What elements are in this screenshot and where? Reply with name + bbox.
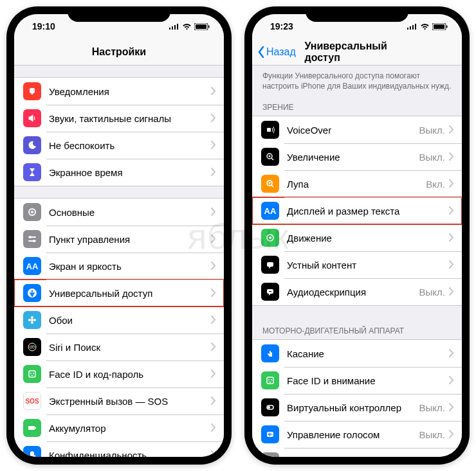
svg-point-44 <box>268 379 270 380</box>
list-item[interactable]: Siri и Поиск <box>14 333 224 360</box>
chevron-right-icon <box>211 396 216 405</box>
phone-right: 19:23 Назад Универсальный доступ Функции… <box>244 6 470 465</box>
disclosure-icon <box>449 233 454 244</box>
list-item[interactable]: Устный контент <box>252 251 462 278</box>
list-item[interactable]: Экранное время <box>14 159 224 186</box>
row-label: Универсальный доступ <box>49 288 211 299</box>
back-label: Назад <box>266 46 296 58</box>
list-item[interactable]: Face ID и код-пароль <box>14 360 224 387</box>
disclosure-icon <box>449 287 454 298</box>
row-label: Face ID и код-пароль <box>49 369 211 380</box>
list-item[interactable]: AA Экран и яркость <box>14 253 224 280</box>
motion-icon <box>261 229 279 247</box>
disclosure-icon <box>449 348 454 359</box>
screen-left: 19:10 Настройки Уведомления Звуки, такти… <box>14 14 224 457</box>
disclosure-icon <box>449 429 454 440</box>
row-label: Увеличение <box>287 152 419 163</box>
row-label: Основные <box>49 207 211 218</box>
chevron-right-icon <box>449 179 454 188</box>
chevron-right-icon <box>211 315 216 324</box>
row-label: Пункт управления <box>49 234 211 245</box>
nav-bar: Настройки <box>14 39 224 66</box>
disclosure-icon <box>449 179 454 190</box>
list-item[interactable]: Боковая кнопка <box>252 448 462 457</box>
disclosure-icon <box>211 423 216 434</box>
screen-right: 19:23 Назад Универсальный доступ Функции… <box>252 14 462 457</box>
aa-icon: AA <box>23 257 41 275</box>
list-item[interactable]: Аудиодескрипция Выкл. <box>252 278 462 305</box>
row-label: Обои <box>49 315 211 326</box>
list-item[interactable]: Face ID и внимание <box>252 367 462 394</box>
disclosure-icon <box>211 396 216 407</box>
svg-rect-0 <box>169 28 170 30</box>
status-time: 19:10 <box>32 21 55 31</box>
row-label: Экранное время <box>49 167 211 178</box>
svg-rect-33 <box>434 24 444 29</box>
svg-rect-5 <box>196 24 206 29</box>
person-icon <box>23 284 41 302</box>
accessibility-list[interactable]: Функции Универсального доступа помогают … <box>252 66 462 457</box>
row-value: Вкл. <box>426 179 445 190</box>
chevron-right-icon <box>449 206 454 215</box>
switches-icon <box>23 230 41 248</box>
row-value: Выкл. <box>419 152 445 163</box>
flower-icon <box>23 311 41 329</box>
list-item[interactable]: Увеличение Выкл. <box>252 143 462 170</box>
touch-icon <box>261 344 279 362</box>
phone-left: 19:10 Настройки Уведомления Звуки, такти… <box>6 6 232 465</box>
list-item[interactable]: Касание <box>252 340 462 367</box>
disclosure-icon <box>449 456 454 457</box>
list-item[interactable]: Управление голосом Выкл. <box>252 421 462 448</box>
list-item[interactable]: Конфиденциальность <box>14 441 224 457</box>
settings-group: Уведомления Звуки, тактильные сигналы Не… <box>14 77 224 186</box>
svg-point-21 <box>33 319 36 321</box>
chevron-right-icon <box>211 87 216 95</box>
svg-rect-34 <box>446 25 448 28</box>
face-icon <box>23 365 41 383</box>
battery-icon <box>432 23 448 30</box>
list-item[interactable]: Лупа Вкл. <box>252 170 462 197</box>
status-icons <box>407 23 448 30</box>
speaker-icon <box>23 109 41 127</box>
settings-list[interactable]: Уведомления Звуки, тактильные сигналы Не… <box>14 66 224 457</box>
list-item[interactable]: Звуки, тактильные сигналы <box>14 105 224 132</box>
svg-rect-41 <box>267 262 273 267</box>
svg-rect-6 <box>208 25 210 28</box>
svg-rect-2 <box>174 25 176 30</box>
chevron-right-icon <box>211 208 216 216</box>
list-item[interactable]: Виртуальный контроллер Выкл. <box>252 394 462 421</box>
disclosure-icon <box>211 167 216 178</box>
row-label: Движение <box>287 233 449 244</box>
svg-rect-29 <box>410 26 411 30</box>
settings-group: VoiceOver Выкл. Увеличение Выкл. Лупа Вк… <box>252 116 462 306</box>
disclosure-icon <box>211 207 216 218</box>
section-header: МОТОРНО-ДВИГАТЕЛЬНЫЙ АППАРАТ <box>252 317 462 339</box>
list-item[interactable]: Универсальный доступ <box>14 280 224 307</box>
disclosure-icon <box>449 402 454 413</box>
list-item[interactable]: Пункт управления <box>14 226 224 253</box>
list-item[interactable]: Не беспокоить <box>14 132 224 159</box>
list-item[interactable]: Аккумулятор <box>14 414 224 441</box>
page-title: Настройки <box>92 46 146 58</box>
audiodesc-icon <box>261 283 279 301</box>
list-item[interactable]: SOS Экстренный вызов — SOS <box>14 387 224 414</box>
bell-icon <box>23 82 41 100</box>
row-value: Выкл. <box>419 125 445 136</box>
svg-point-45 <box>271 379 272 380</box>
face-icon <box>261 371 279 389</box>
list-item[interactable]: Уведомления <box>14 78 224 105</box>
list-item[interactable]: Движение <box>252 224 462 251</box>
svg-point-24 <box>30 373 32 374</box>
list-item[interactable]: VoiceOver Выкл. <box>252 116 462 143</box>
row-label: Face ID и внимание <box>287 375 449 386</box>
disclosure-icon <box>449 152 454 163</box>
disclosure-icon <box>211 315 216 326</box>
svg-rect-27 <box>35 427 37 429</box>
magnifier-icon <box>261 175 279 193</box>
list-item[interactable]: Обои <box>14 307 224 333</box>
page-title: Универсальный доступ <box>305 40 410 64</box>
chevron-right-icon <box>449 152 454 161</box>
list-item[interactable]: Основные <box>14 199 224 226</box>
list-item[interactable]: AA Дисплей и размер текста <box>252 197 462 224</box>
back-button[interactable]: Назад <box>252 46 296 58</box>
